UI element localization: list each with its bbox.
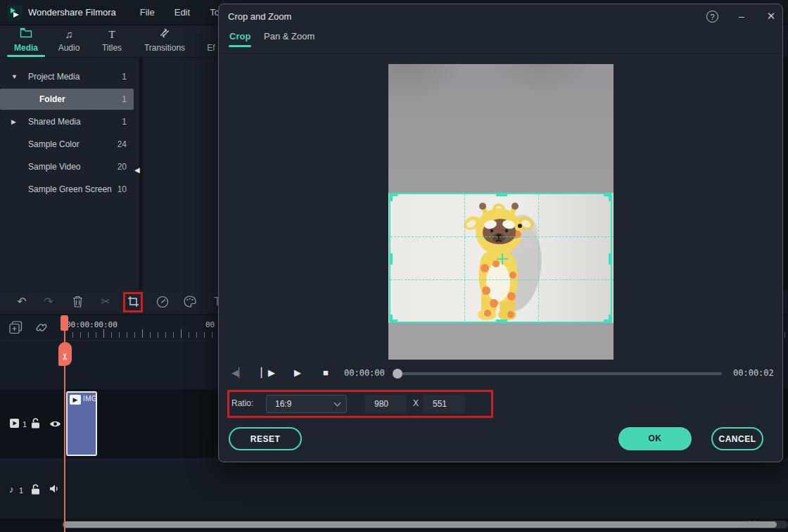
cancel-button[interactable]: CANCEL	[711, 427, 763, 450]
timeline-clip[interactable]: ▶ IMG	[66, 391, 97, 456]
ruler-timecode-end: 00	[205, 320, 215, 329]
sidebar-item-shared-media[interactable]: ▶ Shared Media 1	[0, 111, 134, 132]
panel-collapse-arrow[interactable]: ◀	[134, 166, 140, 174]
dialog-tab-crop[interactable]: Crop	[229, 31, 250, 42]
crop-handle-s[interactable]	[496, 319, 507, 323]
help-icon[interactable]: ?	[706, 11, 718, 23]
video-track-number: 1	[23, 420, 27, 429]
header-divider	[219, 53, 782, 53]
sidebar-item-folder[interactable]: Folder 1	[0, 89, 134, 110]
crop-handle-sw[interactable]	[389, 315, 393, 323]
lock-open-icon[interactable]	[31, 418, 40, 429]
clip-play-badge-icon: ▶	[70, 395, 81, 405]
previous-frame-button[interactable]: ◀▏	[230, 366, 247, 380]
color-palette-icon[interactable]	[182, 294, 198, 310]
next-frame-button[interactable]: ▏▶	[260, 366, 277, 380]
tab-transitions[interactable]: Transitions	[140, 27, 189, 53]
clip-label: IMG	[83, 395, 97, 403]
thirds-gridline	[464, 194, 465, 324]
undo-icon[interactable]: ↶	[14, 294, 30, 310]
ruler-timecode-start: 00:00:00:00	[66, 320, 117, 329]
lock-open-icon[interactable]	[31, 484, 40, 495]
expanded-arrow-icon[interactable]: ▼	[11, 66, 18, 87]
link-icon[interactable]	[35, 322, 48, 333]
crop-handle-se[interactable]	[609, 315, 612, 323]
crop-handle-n[interactable]	[496, 193, 507, 196]
crop-selection-box[interactable]	[389, 193, 612, 323]
current-time: 00:00:00	[344, 368, 385, 378]
play-button[interactable]: ▶	[289, 366, 306, 380]
scissors-icon: ✂	[60, 347, 70, 360]
redo-icon[interactable]: ↷	[41, 294, 56, 310]
tab-titles[interactable]: T Titles	[87, 27, 136, 53]
filmora-logo-icon	[7, 5, 23, 20]
video-track-icon	[10, 419, 21, 428]
sidebar-item-sample-video[interactable]: Sample Video 20	[0, 156, 134, 177]
horizontal-scrollbar[interactable]	[62, 521, 788, 528]
crop-handle-ne[interactable]	[609, 193, 612, 201]
menu-edit[interactable]: Edit	[174, 7, 190, 18]
audio-track-number: 1	[19, 486, 23, 495]
seek-slider[interactable]	[393, 372, 722, 375]
annotation-red-box-crop-tool	[123, 292, 143, 312]
sidebar-item-sample-green-screen[interactable]: Sample Green Screen 10	[0, 179, 134, 200]
scrollbar-thumb[interactable]	[63, 521, 777, 528]
crop-and-zoom-dialog: Crop and Zoom ? – ✕ Crop Pan & Zoom	[218, 4, 783, 462]
crop-handle-nw[interactable]	[389, 193, 393, 201]
tab-media[interactable]: Media	[1, 27, 51, 53]
video-preview	[388, 64, 614, 360]
panel-divider	[139, 58, 143, 290]
thirds-gridline	[390, 236, 614, 237]
ok-button[interactable]: OK	[618, 427, 692, 450]
menu-file[interactable]: File	[140, 7, 155, 18]
playhead-handle[interactable]	[61, 315, 68, 331]
app-title: Wondershare Filmora	[28, 7, 116, 18]
duration-time: 00:00:02	[733, 368, 774, 378]
watermark: wtvid.com	[736, 519, 773, 529]
playhead-scissors-badge[interactable]: ✂	[58, 342, 72, 366]
folder-icon	[1, 27, 51, 42]
minimize-icon[interactable]: –	[735, 9, 749, 23]
crop-handle-e[interactable]	[609, 253, 612, 265]
preview-frame-top	[388, 64, 614, 193]
dialog-tab-pan-zoom[interactable]: Pan & Zoom	[264, 31, 314, 42]
sidebar-item-project-media[interactable]: ▼ Project Media 1	[0, 66, 134, 87]
titles-t-icon: T	[87, 27, 136, 42]
close-icon[interactable]: ✕	[764, 9, 778, 23]
eye-icon[interactable]	[49, 420, 61, 428]
collapsed-arrow-icon[interactable]: ▶	[11, 111, 16, 132]
trash-icon[interactable]	[70, 294, 85, 310]
stop-button[interactable]: ■	[317, 366, 334, 380]
preview-frame-bottom	[388, 323, 614, 360]
audio-track-icon: ♪	[9, 484, 14, 495]
dialog-title: Crop and Zoom	[228, 11, 291, 22]
crop-handle-w[interactable]	[389, 253, 393, 265]
scissors-icon[interactable]: ✂	[98, 294, 113, 310]
crop-center-cross	[497, 258, 508, 260]
duplicate-icon[interactable]	[9, 321, 23, 334]
seek-slider-thumb[interactable]	[393, 369, 402, 379]
reset-button[interactable]: RESET	[229, 427, 302, 450]
music-notes-icon: ♫	[44, 27, 94, 42]
transitions-arrows-icon	[140, 27, 189, 42]
thirds-gridline	[390, 279, 614, 280]
tab-audio[interactable]: ♫ Audio	[44, 27, 94, 53]
thirds-gridline	[538, 194, 539, 324]
speaker-icon[interactable]	[49, 484, 60, 493]
annotation-red-box-ratio	[227, 390, 493, 418]
sidebar-item-sample-color[interactable]: Sample Color 24	[0, 134, 134, 155]
speed-icon[interactable]	[155, 294, 170, 310]
media-library-panel: ▼ Project Media 1 Folder 1 ▶ Shared Medi…	[0, 58, 218, 290]
audio-track-row[interactable]: ♪ 1	[0, 463, 788, 519]
